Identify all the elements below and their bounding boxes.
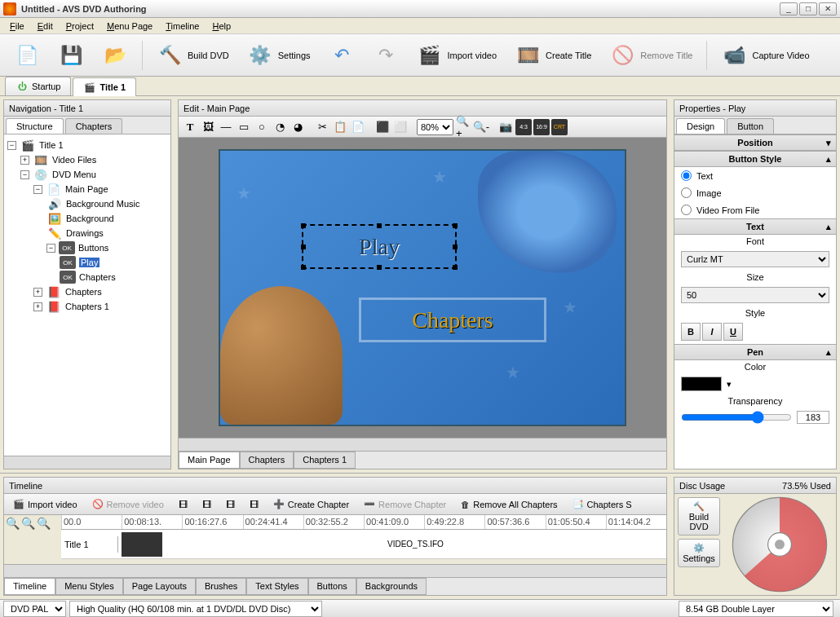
chevron-down-icon[interactable]: ▾	[727, 379, 732, 390]
transparency-slider[interactable]	[681, 411, 792, 424]
tl-tab-brushes[interactable]: Brushes	[196, 578, 246, 595]
tl-nav3-icon[interactable]: 🎞	[220, 497, 241, 512]
underline-button[interactable]: U	[723, 323, 743, 341]
tl-tab-pagelayouts[interactable]: Page Layouts	[123, 578, 196, 595]
close-button[interactable]: ✕	[819, 2, 837, 15]
nav-tab-structure[interactable]: Structure	[6, 118, 64, 134]
expand-icon[interactable]: −	[20, 170, 29, 179]
tree-chapters1[interactable]: +📕Chapters 1	[7, 299, 167, 314]
remove-title-button[interactable]: 🚫Remove Title	[602, 38, 700, 73]
tree-play[interactable]: OKPlay	[7, 255, 167, 270]
zoom-out-icon[interactable]: 🔍	[21, 517, 35, 562]
menu-file[interactable]: File	[3, 20, 31, 33]
save-button[interactable]: 💾	[51, 38, 91, 73]
undo-button[interactable]: ↶	[321, 38, 362, 73]
tree-chapters[interactable]: +📕Chapters	[7, 284, 167, 299]
tl-tab-timeline[interactable]: Timeline	[4, 578, 55, 595]
tl-import-button[interactable]: 🎬Import video	[7, 496, 83, 512]
timeline-track[interactable]: Title 1 VIDEO_TS.IFO	[61, 530, 666, 559]
cut-icon[interactable]: ✂	[314, 119, 330, 135]
build-dvd-button[interactable]: 🔨Build DVD	[149, 38, 237, 73]
menu-edit[interactable]: Edit	[31, 20, 60, 33]
scrollbar[interactable]	[4, 456, 170, 469]
section-text[interactable]: Text▴	[674, 218, 836, 235]
tl-tab-buttons[interactable]: Buttons	[308, 578, 356, 595]
font-select[interactable]: Curlz MT	[681, 251, 829, 267]
quality-select[interactable]: High Quality (HQ 60/108 min. at 1 DVD/DL…	[69, 601, 322, 617]
section-pen[interactable]: Pen▴	[674, 344, 836, 360]
tl-tab-textstyles[interactable]: Text Styles	[246, 578, 307, 595]
line-tool-icon[interactable]: —	[218, 119, 234, 135]
disc-size-select[interactable]: 8.54 GB Double Layer	[679, 601, 833, 617]
tree-background[interactable]: 🖼️Background	[7, 211, 167, 226]
tl-remove-all-button[interactable]: 🗑Remove All Chapters	[455, 497, 563, 512]
menu-project[interactable]: Project	[60, 20, 100, 33]
bold-button[interactable]: B	[681, 323, 701, 341]
tree-main-page[interactable]: −📄Main Page	[7, 182, 167, 196]
section-position[interactable]: Position▾	[674, 134, 836, 151]
nav-tab-chapters[interactable]: Chapters	[65, 118, 123, 134]
style-radio-video[interactable]	[681, 205, 692, 215]
page-tab-chapters1[interactable]: Chapters 1	[294, 452, 356, 469]
circle-tool-icon[interactable]: ○	[254, 119, 270, 135]
tl-tab-menustyles[interactable]: Menu Styles	[55, 578, 123, 595]
zoom-fit-icon[interactable]: 🔍	[37, 517, 51, 562]
zoom-select[interactable]: 80%	[417, 119, 453, 135]
scrollbar[interactable]	[179, 438, 666, 451]
chapters-menu-button[interactable]: Chapters	[359, 297, 546, 342]
paste-icon[interactable]: 📄	[350, 119, 366, 135]
preview-icon[interactable]: 📷	[497, 119, 514, 135]
tree-dvd-menu[interactable]: −💿DVD Menu	[7, 167, 167, 182]
arc-tool-icon[interactable]: ◔	[272, 119, 288, 135]
capture-video-button[interactable]: 📹Capture Video	[714, 38, 816, 73]
play-menu-button[interactable]: Play	[302, 224, 457, 269]
tl-remove-chapter-button[interactable]: ➖Remove Chapter	[358, 496, 452, 512]
video-clip[interactable]	[122, 532, 162, 557]
minimize-button[interactable]: _	[780, 2, 798, 15]
tl-remove-button[interactable]: 🚫Remove video	[86, 496, 170, 512]
page-tab-main[interactable]: Main Page	[179, 452, 240, 469]
zoom-out-icon[interactable]: 🔍-	[473, 119, 489, 135]
tl-nav2-icon[interactable]: 🎞	[197, 497, 217, 512]
menu-timeline[interactable]: Timeline	[159, 20, 206, 33]
section-button-style[interactable]: Button Style▴	[674, 151, 836, 167]
tl-tab-backgrounds[interactable]: Backgrounds	[356, 578, 427, 595]
import-video-button[interactable]: 🎬Import video	[409, 38, 505, 73]
tl-nav1-icon[interactable]: 🎞	[173, 497, 193, 512]
color-swatch[interactable]	[681, 377, 722, 391]
open-button[interactable]: 📂	[95, 38, 135, 73]
settings-button[interactable]: ⚙️Settings	[240, 38, 318, 73]
style-radio-image[interactable]	[681, 187, 692, 198]
text-tool-icon[interactable]: T	[182, 119, 198, 135]
aspect-169-icon[interactable]: 16:9	[533, 119, 550, 135]
expand-icon[interactable]: −	[33, 185, 42, 194]
tree-buttons[interactable]: −OKButtons	[7, 240, 167, 255]
tab-startup[interactable]: ⏻Startup	[5, 77, 71, 95]
rect-tool-icon[interactable]: ▭	[236, 119, 252, 135]
page-tab-chapters[interactable]: Chapters	[240, 452, 294, 469]
props-tab-button[interactable]: Button	[727, 118, 774, 134]
redo-button[interactable]: ↷	[365, 38, 406, 73]
copy-icon[interactable]: 📋	[332, 119, 348, 135]
aspect-43-icon[interactable]: 4:3	[515, 119, 532, 135]
image-tool-icon[interactable]: 🖼	[200, 119, 216, 135]
send-back-icon[interactable]: ⬜	[392, 119, 409, 135]
expand-icon[interactable]: −	[7, 141, 16, 150]
size-select[interactable]: 50	[681, 287, 829, 303]
tab-title1[interactable]: 🎬Title 1	[73, 77, 136, 96]
safe-area-icon[interactable]: CRT	[551, 119, 568, 135]
italic-button[interactable]: I	[702, 323, 722, 341]
expand-icon[interactable]: −	[46, 244, 55, 253]
create-title-button[interactable]: 🎞️Create Title	[507, 38, 599, 73]
tl-create-chapter-button[interactable]: ➕Create Chapter	[267, 496, 355, 512]
menu-menupage[interactable]: Menu Page	[100, 20, 159, 33]
tree-drawings[interactable]: ✏️Drawings	[7, 226, 167, 240]
scrollbar[interactable]	[4, 564, 666, 577]
format-select[interactable]: DVD PAL	[3, 601, 66, 617]
tree-title1[interactable]: −🎬Title 1	[7, 138, 167, 152]
tl-nav4-icon[interactable]: 🎞	[244, 497, 264, 512]
disc-build-button[interactable]: 🔨Build DVD	[678, 497, 720, 535]
pie-tool-icon[interactable]: ◕	[290, 119, 306, 135]
disc-settings-button[interactable]: ⚙️Settings	[678, 539, 720, 567]
style-radio-text[interactable]	[681, 170, 692, 181]
